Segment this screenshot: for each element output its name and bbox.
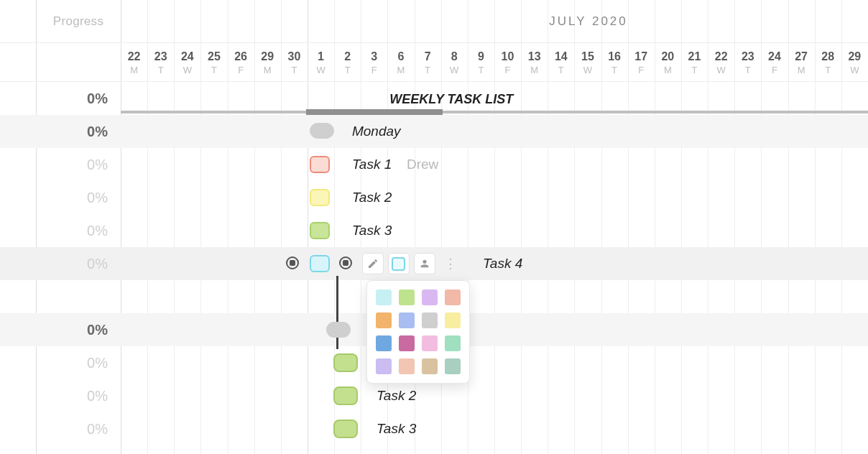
task-label: Monday — [352, 124, 401, 139]
collapsed-group-pill[interactable] — [326, 322, 351, 338]
color-swatch[interactable] — [376, 312, 392, 328]
color-swatch[interactable] — [445, 335, 461, 351]
color-swatch[interactable] — [422, 289, 438, 305]
date-cell[interactable]: 27M — [788, 43, 815, 82]
date-dow: T — [158, 65, 164, 75]
date-cell[interactable]: 6M — [387, 43, 414, 82]
date-number: 23 — [154, 50, 167, 63]
date-cell[interactable]: 8W — [441, 43, 468, 82]
date-number: 26 — [234, 50, 247, 63]
date-cell[interactable]: 24F — [761, 43, 788, 82]
date-dow: W — [717, 65, 726, 75]
more-button[interactable]: ⋮ — [440, 253, 461, 274]
task-bar[interactable] — [310, 123, 334, 139]
date-dow: M — [397, 65, 405, 75]
color-swatch[interactable] — [445, 358, 461, 374]
pencil-icon — [367, 258, 379, 269]
date-cell[interactable]: 14T — [548, 43, 574, 82]
date-number: 17 — [634, 50, 647, 63]
task-label: Task 3 — [352, 223, 392, 238]
assign-button[interactable] — [414, 253, 435, 274]
date-header-row: 22M23T24W25T26F29M30T1W2T3F6M7T8W9T10F13… — [0, 43, 868, 82]
date-number: 9 — [478, 50, 484, 63]
task-bar[interactable] — [310, 255, 330, 272]
task-bar[interactable] — [333, 353, 358, 372]
task-left-handle[interactable] — [286, 256, 299, 269]
task-right-handle[interactable] — [339, 256, 352, 269]
date-dow: M — [664, 65, 672, 75]
date-cell[interactable]: 16T — [601, 43, 628, 82]
group-summary-bar[interactable] — [121, 111, 868, 114]
color-swatch[interactable] — [376, 335, 392, 351]
color-picker-popup — [366, 280, 470, 384]
task-bar[interactable] — [310, 156, 330, 173]
date-dow: W — [316, 65, 325, 75]
color-swatch[interactable] — [399, 335, 415, 351]
date-cell[interactable]: 29W — [841, 43, 868, 82]
gantt-row: 0% — [0, 115, 868, 148]
date-cell[interactable]: 15W — [574, 43, 601, 82]
date-dow: T — [611, 65, 617, 75]
date-cell[interactable]: 22W — [708, 43, 734, 82]
color-swatch[interactable] — [399, 312, 415, 328]
edit-button[interactable] — [362, 253, 384, 274]
date-cell[interactable]: 7T — [415, 43, 441, 82]
date-number: 2 — [344, 50, 351, 63]
date-cell[interactable]: 17F — [628, 43, 655, 82]
date-dow: F — [371, 65, 377, 75]
date-cell[interactable]: 13M — [521, 43, 548, 82]
date-cell[interactable]: 9T — [468, 43, 494, 82]
date-cell[interactable]: 23T — [734, 43, 761, 82]
date-cell[interactable]: 10F — [494, 43, 521, 82]
date-cell[interactable]: 26F — [228, 43, 254, 82]
date-dow: W — [183, 65, 192, 75]
color-swatch[interactable] — [445, 289, 461, 305]
date-number: 22 — [128, 50, 141, 63]
date-number: 29 — [261, 50, 274, 63]
dependency-line — [336, 276, 338, 349]
date-number: 24 — [181, 50, 194, 63]
date-dow: T — [558, 65, 564, 75]
date-dow: M — [264, 65, 272, 75]
date-number: 30 — [287, 50, 300, 63]
date-cell[interactable]: 3F — [361, 43, 387, 82]
date-number: 3 — [371, 50, 377, 63]
progress-cell: 0% — [36, 115, 121, 148]
task-label: Task 1 — [352, 157, 392, 172]
task-bar[interactable] — [333, 386, 358, 405]
date-number: 20 — [661, 50, 674, 63]
date-dow: T — [825, 65, 831, 75]
task-bar[interactable] — [310, 222, 330, 239]
group-summary-bar-active[interactable] — [306, 109, 443, 115]
color-swatch[interactable] — [422, 312, 438, 328]
progress-cell: 0% — [36, 313, 121, 346]
date-cell[interactable]: 21T — [681, 43, 708, 82]
gantt-row: 0% — [0, 181, 868, 214]
month-label: JULY 2020 — [309, 0, 868, 43]
color-swatch[interactable] — [399, 358, 415, 374]
color-swatch[interactable] — [376, 289, 392, 305]
color-swatch[interactable] — [376, 358, 392, 374]
date-cell[interactable]: 20M — [655, 43, 681, 82]
color-swatch[interactable] — [422, 335, 438, 351]
date-cell[interactable]: 29M — [254, 43, 281, 82]
color-button[interactable] — [388, 253, 410, 274]
date-cell[interactable]: 30T — [281, 43, 308, 82]
color-swatch[interactable] — [399, 289, 415, 305]
task-bar[interactable] — [310, 189, 330, 206]
color-swatch[interactable] — [445, 312, 461, 328]
progress-column-header: Progress — [36, 0, 121, 43]
date-cell[interactable]: 22M — [121, 43, 147, 82]
date-cell[interactable]: 24W — [174, 43, 200, 82]
date-cell[interactable]: 1W — [308, 43, 334, 82]
color-swatch[interactable] — [422, 358, 438, 374]
date-cell[interactable]: 25T — [200, 43, 227, 82]
date-dow: W — [583, 65, 592, 75]
date-cell[interactable]: 23T — [147, 43, 174, 82]
date-cell[interactable]: 28T — [815, 43, 841, 82]
date-cell[interactable]: 2T — [334, 43, 361, 82]
gantt-row: 0% — [0, 379, 868, 412]
date-dow: T — [425, 65, 430, 75]
task-bar[interactable] — [333, 420, 358, 438]
task-label: Task 2 — [377, 388, 416, 404]
